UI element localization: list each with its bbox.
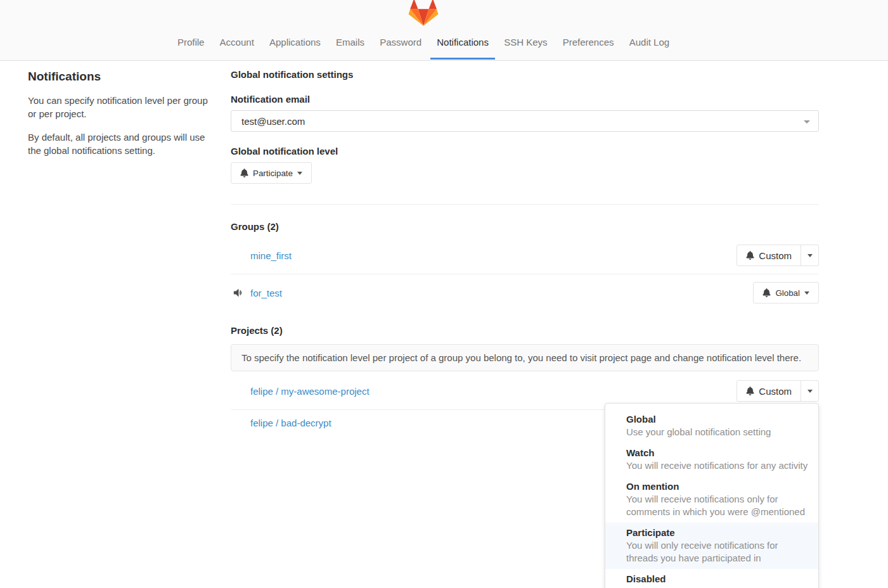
group-link-for-test[interactable]: for_test bbox=[250, 288, 282, 298]
bell-icon bbox=[763, 288, 771, 297]
project-level-caret-button[interactable] bbox=[801, 381, 818, 401]
groups-list: mine_first Custom bbox=[231, 237, 819, 311]
projects-list: felipe / my-awesome-project Custom Globa… bbox=[231, 373, 819, 436]
notification-level-label: Global notification level bbox=[231, 146, 819, 157]
dropdown-item-watch[interactable]: Watch You will receive notifications for… bbox=[605, 443, 818, 476]
dropdown-item-description: You will receive notifications for any a… bbox=[626, 459, 808, 472]
group-level-value: Custom bbox=[759, 250, 792, 261]
description-paragraph: You can specify notification level per g… bbox=[28, 94, 209, 120]
icon-slot bbox=[233, 288, 250, 298]
gitlab-logo-icon[interactable] bbox=[408, 0, 439, 27]
bell-icon bbox=[746, 251, 754, 260]
section-divider bbox=[231, 204, 819, 205]
group-row-for-test: for_test Global bbox=[231, 274, 819, 311]
settings-form-column: Global notification settings Notificatio… bbox=[231, 61, 819, 436]
dropdown-item-on-mention[interactable]: On mention You will receive notification… bbox=[605, 476, 818, 523]
project-level-value: Custom bbox=[759, 386, 792, 397]
tab-profile[interactable]: Profile bbox=[171, 37, 211, 60]
caret-down-icon bbox=[804, 291, 809, 295]
notification-email-label: Notification email bbox=[231, 94, 819, 105]
tab-password[interactable]: Password bbox=[373, 37, 428, 60]
projects-notice: To specify the notification level per pr… bbox=[231, 344, 819, 371]
chevron-down-icon bbox=[804, 120, 810, 124]
projects-heading: Projects (2) bbox=[231, 325, 819, 336]
global-settings-heading: Global notification settings bbox=[231, 69, 819, 80]
description-paragraph: By default, all projects and groups will… bbox=[28, 131, 209, 157]
dropdown-item-title: Disabled bbox=[626, 573, 808, 585]
project-level-split-button: Custom bbox=[737, 380, 819, 402]
project-row-my-awesome-project: felipe / my-awesome-project Custom Globa… bbox=[231, 373, 819, 409]
dropdown-item-title: Participate bbox=[626, 527, 808, 539]
group-level-caret-button[interactable] bbox=[801, 245, 818, 265]
page-title: Notifications bbox=[28, 70, 209, 84]
global-level-button[interactable]: Participate bbox=[231, 162, 312, 184]
profile-settings-tabs: Profile Account Applications Emails Pass… bbox=[0, 37, 847, 60]
notification-level-dropdown: Global Use your global notification sett… bbox=[605, 403, 819, 588]
tab-ssh-keys[interactable]: SSH Keys bbox=[498, 37, 553, 60]
dropdown-item-title: Watch bbox=[626, 447, 808, 459]
dropdown-item-disabled[interactable]: Disabled You will not get any notificati… bbox=[605, 569, 818, 588]
group-level-button[interactable]: Custom bbox=[737, 245, 801, 265]
dropdown-item-global[interactable]: Global Use your global notification sett… bbox=[605, 409, 818, 443]
tab-audit-log[interactable]: Audit Log bbox=[623, 37, 676, 60]
global-level-value: Participate bbox=[253, 169, 293, 178]
dropdown-item-title: On mention bbox=[626, 480, 808, 493]
top-header: Profile Account Applications Emails Pass… bbox=[0, 0, 888, 61]
caret-down-icon bbox=[808, 390, 813, 393]
dropdown-item-participate[interactable]: Participate You will only receive notifi… bbox=[605, 523, 818, 569]
dropdown-item-description: You will only receive notifications for … bbox=[626, 539, 808, 565]
tab-account[interactable]: Account bbox=[214, 37, 261, 60]
project-link-bad-decrypt[interactable]: felipe / bad-decrypt bbox=[250, 418, 331, 428]
notification-email-select[interactable]: test@user.com bbox=[231, 110, 819, 132]
bell-icon bbox=[240, 169, 248, 177]
volume-up-icon bbox=[233, 288, 244, 298]
settings-description-column: Notifications You can specify notificati… bbox=[28, 61, 209, 436]
project-link-my-awesome-project[interactable]: felipe / my-awesome-project bbox=[250, 386, 370, 397]
dropdown-item-title: Global bbox=[626, 413, 808, 426]
group-level-value: Global bbox=[775, 288, 800, 298]
group-level-split-button: Custom bbox=[737, 245, 819, 266]
dropdown-item-description: You will receive notifications only for … bbox=[626, 493, 808, 518]
group-link-mine-first[interactable]: mine_first bbox=[250, 250, 292, 261]
bell-icon bbox=[746, 387, 754, 395]
tab-applications[interactable]: Applications bbox=[263, 37, 327, 60]
dropdown-item-description: Use your global notification setting bbox=[626, 426, 808, 438]
tab-preferences[interactable]: Preferences bbox=[557, 37, 621, 60]
notification-email-value: test@user.com bbox=[241, 116, 305, 127]
group-row-mine-first: mine_first Custom bbox=[231, 237, 819, 274]
caret-down-icon bbox=[297, 172, 302, 175]
dropdown-item-description: You will not get any notifications via e… bbox=[626, 585, 808, 588]
caret-down-icon bbox=[808, 254, 813, 257]
tab-notifications[interactable]: Notifications bbox=[430, 37, 495, 60]
tab-emails[interactable]: Emails bbox=[330, 37, 371, 60]
groups-heading: Groups (2) bbox=[231, 221, 819, 232]
group-level-button[interactable]: Global bbox=[753, 282, 819, 304]
project-level-button[interactable]: Custom bbox=[737, 381, 801, 401]
